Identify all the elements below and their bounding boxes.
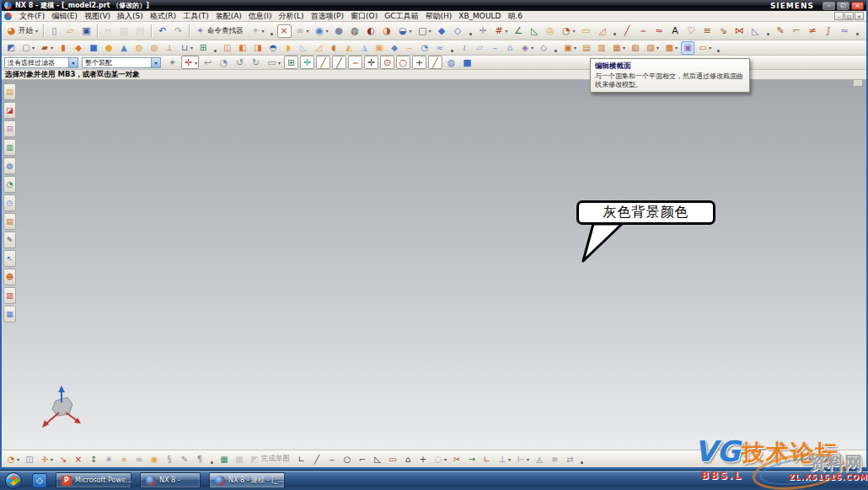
quadrant-point-snap-icon[interactable]: ○	[396, 56, 410, 69]
selection-settings-icon[interactable]: ✦	[165, 56, 179, 69]
cut-icon[interactable]: ✂	[101, 24, 115, 38]
point-icon[interactable]: +	[416, 452, 430, 466]
edge-blend-icon[interactable]: ◗	[281, 41, 295, 55]
toolbar-overflow[interactable]	[211, 461, 213, 464]
undo-icon[interactable]: ↶	[155, 24, 169, 38]
toolbar-overflow[interactable]	[767, 33, 769, 35]
polygon-icon[interactable]: ⌂	[401, 452, 415, 466]
curve-length-icon[interactable]: ∫	[822, 24, 836, 38]
block-icon[interactable]: ■	[87, 41, 100, 55]
assembly-navigator-tab-icon[interactable]: ▤	[3, 83, 16, 100]
history-palette-tab-icon[interactable]: ◔	[3, 176, 16, 193]
snap-point-tool-icon[interactable]: #▾	[492, 24, 510, 38]
toolbar-overflow[interactable]	[469, 33, 472, 35]
move-component-icon[interactable]: ↘	[56, 452, 70, 466]
measure-angle-icon[interactable]: ◺	[528, 24, 542, 38]
toolbar-overflow[interactable]	[271, 33, 273, 35]
rotate-view-icon[interactable]: ◔	[217, 56, 231, 69]
part-navigator-tab-icon[interactable]: ⊟	[3, 120, 16, 137]
pocket-icon[interactable]: ⊔▾	[178, 41, 195, 55]
intersect-icon[interactable]: ◨	[251, 41, 265, 55]
new-file-icon[interactable]: ▯	[47, 24, 62, 38]
rectangle-lasso-icon[interactable]: ▭▾	[265, 56, 282, 69]
taskbar-button-powerpoint[interactable]: P Microsoft Powe...	[56, 472, 131, 488]
make-corner-icon[interactable]: ∟	[480, 452, 494, 466]
exploded-view-icon[interactable]: ✳	[102, 452, 115, 466]
shield-quicklaunch-icon[interactable]: ◇	[32, 473, 47, 488]
manufacturing-wizard-tab-icon[interactable]: ▤	[3, 213, 16, 230]
sketch-fillet-icon[interactable]: ⌐	[356, 452, 369, 466]
sketch-circle-icon[interactable]: ○	[340, 452, 354, 466]
offset-curve-icon[interactable]: ≡	[700, 24, 715, 38]
shaded-icon[interactable]: ●	[332, 24, 346, 38]
resize-face-icon[interactable]: ▨▾	[644, 41, 661, 55]
menu-item-gc-toolbox[interactable]: GC工具箱	[381, 11, 421, 21]
user-interface-preferences-icon[interactable]: ✦▾	[249, 24, 266, 38]
toolbar-overflow[interactable]	[581, 461, 583, 464]
menu-item-edit[interactable]: 编辑(E)	[48, 11, 81, 21]
pull-face-icon[interactable]: ▤	[580, 41, 593, 55]
move-face-icon[interactable]: ▣▾	[561, 41, 578, 55]
divide-curve-icon[interactable]: ≠	[806, 24, 820, 38]
trim-body-icon[interactable]: ◭	[342, 41, 356, 55]
studio-render-icon[interactable]: ◐	[364, 24, 378, 38]
quick-trim-icon[interactable]: ✂	[450, 452, 463, 466]
offset-region-icon[interactable]: ▥	[595, 41, 608, 55]
unite-icon[interactable]: ◫	[221, 41, 234, 55]
add-component-icon[interactable]: ◔▾	[4, 452, 21, 466]
menu-item-analysis[interactable]: 分析(L)	[276, 11, 308, 21]
child-close-button[interactable]: ×	[855, 12, 864, 20]
thicken-icon[interactable]: ▣	[372, 41, 386, 55]
cylinder-icon[interactable]: ●	[102, 41, 115, 55]
finish-sketch-icon[interactable]: ◩完成草图	[248, 452, 293, 466]
roles-tab-icon[interactable]: ✎	[3, 232, 16, 248]
auto-dimension-icon[interactable]: ⊢▾	[514, 452, 531, 466]
menu-item-insert[interactable]: 插入(S)	[114, 11, 147, 21]
reuse-library-tab-icon[interactable]: ▥	[3, 139, 16, 156]
subtract-icon[interactable]: ◧	[236, 41, 249, 55]
ruled-surface-icon[interactable]: ▱	[473, 41, 486, 55]
menu-item-help[interactable]: 帮助(H)	[421, 11, 455, 21]
start-button[interactable]	[5, 472, 22, 489]
boss-icon[interactable]: ⊥	[163, 41, 176, 55]
process-studio-tab-icon[interactable]: ◷	[3, 194, 16, 211]
convert-to-reference-icon[interactable]: ⇄	[563, 452, 576, 466]
resize-blend-icon[interactable]: ▧	[629, 41, 642, 55]
save-file-icon[interactable]: ▣	[79, 24, 94, 38]
assembly-sequence-icon[interactable]: ✎	[178, 452, 191, 466]
sketch-chamfer-icon[interactable]: ◺	[371, 452, 384, 466]
edit-cross-section-icon[interactable]: ▣	[681, 41, 694, 55]
trim-corner-icon[interactable]: ⌐	[790, 24, 804, 38]
end-point-snap-icon[interactable]: ╱	[316, 56, 330, 69]
component-pattern-icon[interactable]: ✛▾	[38, 452, 55, 466]
n-sided-surface-icon[interactable]: ⌂	[503, 41, 517, 55]
cone-icon[interactable]: ▲	[117, 41, 131, 55]
latch-position-icon[interactable]: ◔▾	[560, 24, 577, 38]
draft-icon[interactable]: ◿	[312, 41, 325, 55]
isometric-view-icon[interactable]: ◇	[451, 24, 465, 38]
dock-handle[interactable]	[853, 80, 863, 87]
scale-body-icon[interactable]: ◆	[388, 41, 401, 55]
existing-point-snap-icon[interactable]: +	[412, 56, 426, 69]
animate-dimension-icon[interactable]: ≅	[548, 452, 561, 466]
emboss-icon[interactable]: ◓	[266, 41, 280, 55]
menu-item-format[interactable]: 格式(R)	[147, 11, 179, 21]
replace-face-icon[interactable]: ▦▾	[610, 41, 627, 55]
chevron-down-icon[interactable]: ▾	[68, 58, 78, 67]
selection-filter-dropdown[interactable]: 没有选择过滤器 ▾	[4, 57, 78, 68]
view-section-icon[interactable]: ◒▾	[396, 24, 414, 38]
display-sketch-constraints-icon[interactable]: ◬	[533, 452, 546, 466]
child-minimize-button[interactable]: –	[834, 12, 844, 20]
local-zoom-icon[interactable]: ◎	[544, 24, 558, 38]
mid-point-snap-icon[interactable]: ╱	[332, 56, 346, 69]
menu-item-information[interactable]: 信息(I)	[245, 11, 276, 21]
linear-dimension-icon[interactable]: ▭▾	[696, 41, 713, 55]
section-curve-icon[interactable]: ◺	[748, 24, 763, 38]
fit-window-icon[interactable]: ▢▾	[415, 24, 433, 38]
sketch-arc-icon[interactable]: ⌢	[325, 452, 339, 466]
nx-start-icon[interactable]: ◕开始▾	[4, 24, 40, 38]
constraint-navigator-tab-icon[interactable]: ◪	[3, 102, 16, 119]
menu-item-tools[interactable]: 工具(T)	[179, 11, 212, 21]
patch-icon[interactable]: ◔	[418, 41, 431, 55]
point-on-surface-snap-icon[interactable]: ◍	[444, 56, 458, 69]
